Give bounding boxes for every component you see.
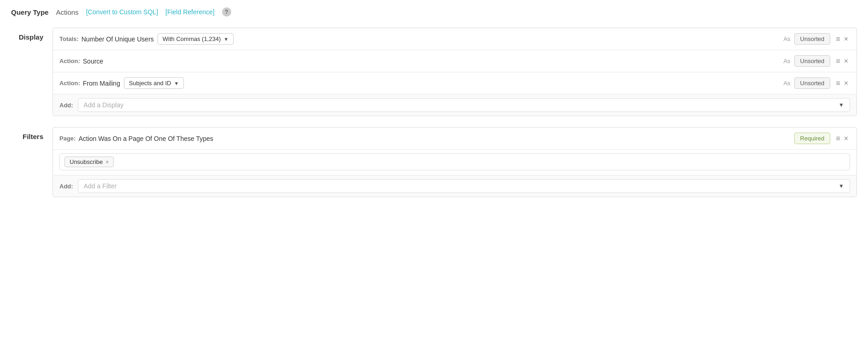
mailing-type-dropdown[interactable]: Subjects and ID ▼ xyxy=(124,77,184,89)
filter-page-close-icon[interactable]: × xyxy=(842,135,850,142)
convert-to-sql-link[interactable]: [Convert to Custom SQL] xyxy=(86,8,158,16)
display-content: Totals: Number Of Unique Users With Comm… xyxy=(53,28,857,116)
action-source-as-label: As xyxy=(783,58,790,64)
unsubscribe-tag-label: Unsubscribe xyxy=(70,158,103,165)
action-mailing-sort-button[interactable]: Unsorted xyxy=(794,77,831,89)
add-display-label: Add: xyxy=(59,102,73,109)
action-mailing-value: From Mailing xyxy=(83,80,120,87)
display-label: Display xyxy=(11,28,53,41)
display-section: Display Totals: Number Of Unique Users W… xyxy=(11,28,857,116)
totals-prefix: Totals: xyxy=(59,35,79,42)
totals-close-icon[interactable]: × xyxy=(842,35,850,43)
totals-row: Totals: Number Of Unique Users With Comm… xyxy=(53,28,856,50)
totals-value: Number Of Unique Users xyxy=(82,35,154,43)
action-source-menu-icon[interactable]: ≡ xyxy=(834,58,842,65)
mailing-type-value: Subjects and ID xyxy=(129,80,171,87)
totals-format-dropdown[interactable]: With Commas (1,234) ▼ xyxy=(158,33,234,45)
totals-sort-button[interactable]: Unsorted xyxy=(794,33,831,45)
filter-page-menu-icon[interactable]: ≡ xyxy=(834,135,842,142)
action-source-row: Action: Source As Unsorted ≡ × xyxy=(53,50,856,72)
action-mailing-close-icon[interactable]: × xyxy=(842,80,850,87)
query-type-label: Query Type xyxy=(11,8,48,16)
action-mailing-menu-icon[interactable]: ≡ xyxy=(834,80,842,87)
add-filter-arrow: ▼ xyxy=(839,183,844,189)
action-source-value: Source xyxy=(83,58,103,65)
toolbar: Query Type Actions [Convert to Custom SQ… xyxy=(11,7,857,17)
filters-label: Filters xyxy=(11,127,53,140)
unsubscribe-tag: Unsubscribe × xyxy=(65,157,114,167)
add-display-dropdown[interactable]: Add a Display ▼ xyxy=(78,98,850,112)
add-filter-dropdown[interactable]: Add a Filter ▼ xyxy=(78,179,850,193)
filters-content: Page: Action Was On a Page Of One Of The… xyxy=(53,127,857,197)
actions-label: Actions xyxy=(56,8,78,16)
action-source-prefix: Action: xyxy=(59,58,80,64)
totals-menu-icon[interactable]: ≡ xyxy=(834,35,842,43)
add-filter-placeholder: Add a Filter xyxy=(84,182,117,190)
field-reference-link[interactable]: [Field Reference] xyxy=(165,8,215,16)
add-display-placeholder: Add a Display xyxy=(84,101,123,109)
add-display-arrow: ▼ xyxy=(839,102,844,108)
action-mailing-as-label: As xyxy=(783,80,790,87)
action-source-sort-button[interactable]: Unsorted xyxy=(794,55,831,67)
required-badge: Required xyxy=(794,133,831,144)
filter-page-prefix: Page: xyxy=(59,135,76,142)
add-display-row: Add: Add a Display ▼ xyxy=(53,94,856,116)
totals-format-arrow: ▼ xyxy=(223,36,229,42)
filter-page-value: Action Was On a Page Of One Of These Typ… xyxy=(78,135,213,142)
action-mailing-prefix: Action: xyxy=(59,80,80,87)
mailing-type-arrow: ▼ xyxy=(174,81,179,86)
unsubscribe-tag-remove[interactable]: × xyxy=(106,159,109,165)
tags-area: Unsubscribe × xyxy=(59,153,850,170)
filters-section: Filters Page: Action Was On a Page Of On… xyxy=(11,127,857,197)
filter-tags-row: Unsubscribe × xyxy=(53,150,856,175)
totals-format-value: With Commas (1,234) xyxy=(163,35,221,42)
totals-as-label: As xyxy=(783,35,790,42)
help-icon[interactable]: ? xyxy=(222,7,231,17)
add-filter-row: Add: Add a Filter ▼ xyxy=(53,175,856,197)
action-source-close-icon[interactable]: × xyxy=(842,58,850,65)
add-filter-label: Add: xyxy=(59,183,73,190)
filter-page-row: Page: Action Was On a Page Of One Of The… xyxy=(53,128,856,150)
action-mailing-row: Action: From Mailing Subjects and ID ▼ A… xyxy=(53,72,856,94)
